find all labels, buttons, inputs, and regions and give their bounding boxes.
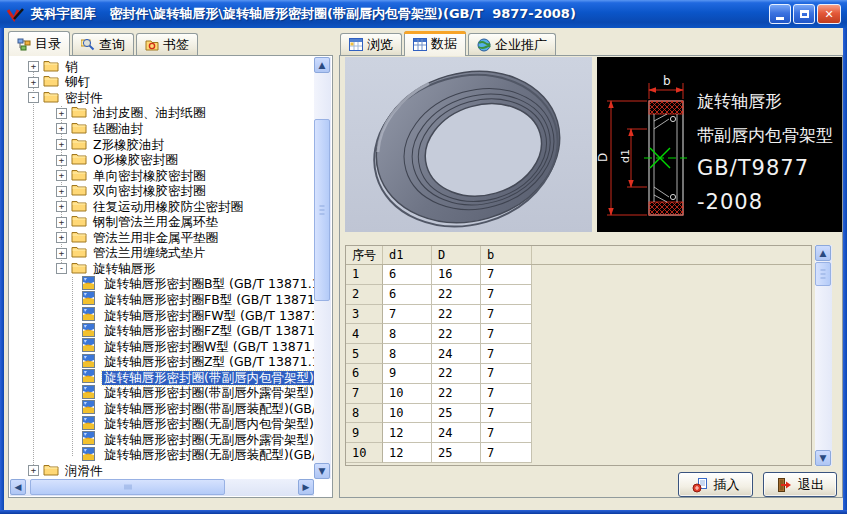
d1-cell: 6 (383, 285, 432, 305)
D-cell: 25 (432, 404, 481, 424)
table-row[interactable]: 9 12 24 7 (346, 423, 811, 443)
expand-toggle[interactable] (28, 61, 39, 72)
tree-vertical-scrollbar[interactable]: ▲ ▼ (314, 57, 331, 479)
tab-data[interactable]: 数据 (404, 31, 466, 56)
tree-item[interactable]: 油封皮圈、油封纸圈 (10, 106, 314, 122)
col-header-index[interactable]: 序号 (346, 246, 383, 264)
minimize-button[interactable] (769, 4, 791, 24)
tree-item[interactable]: 旋转轴唇形密封圈(无副唇装配型)(GB/T (10, 448, 314, 464)
tree-item[interactable]: 旋转轴唇形密封圈(带副唇内包骨架型)( (10, 370, 314, 386)
row-index-cell: 1 (346, 265, 383, 285)
tree-item[interactable]: 旋转轴唇形密封圈Z型 (GB/T 13871.1-20 (10, 354, 314, 370)
tree-item[interactable]: 旋转轴唇形密封圈FB型 (GB/T 13871.1-2 (10, 292, 314, 308)
tree-item[interactable]: 旋转轴唇形密封圈(无副唇外露骨架型)( (10, 432, 314, 448)
scroll-up-button[interactable]: ▲ (815, 245, 831, 261)
table-row[interactable]: 6 9 22 7 (346, 364, 811, 384)
tree-item[interactable]: 旋转轴唇形密封圈(带副唇装配型)(GB/T (10, 401, 314, 417)
search-icon (81, 38, 95, 51)
expand-toggle[interactable] (56, 186, 67, 197)
table-row[interactable]: 4 8 22 7 (346, 324, 811, 344)
tree-item[interactable]: 单向密封橡胶密封圈 (10, 168, 314, 184)
title-bar[interactable]: 英科宇图库 密封件\旋转轴唇形\旋转轴唇形密封圈(带副唇内包骨架型)(GB/T … (0, 0, 847, 28)
close-icon: ✕ (824, 8, 833, 21)
tree-item-label: 旋转轴唇形密封圈FB型 (GB/T 13871.1-2 (102, 293, 314, 307)
tree-item[interactable]: 双向密封橡胶密封圈 (10, 183, 314, 199)
tree-item[interactable]: Z形橡胶油封 (10, 137, 314, 153)
expand-toggle[interactable] (56, 201, 67, 212)
tree-item-label: 旋转轴唇形密封圈FW型 (GB/T 13871.1-2 (102, 309, 314, 323)
table-row[interactable]: 3 7 22 7 (346, 305, 811, 325)
tree-item[interactable]: 润滑件 (10, 463, 314, 479)
col-header-b[interactable]: b (481, 246, 532, 264)
part-drawing: b D d1 旋转轴唇形 带副唇内包骨架型 GB/T9877 -200 (597, 57, 842, 232)
tree-item[interactable]: 旋转轴唇形密封圈FW型 (GB/T 13871.1-2 (10, 308, 314, 324)
tree-item[interactable]: 旋转轴唇形密封圈W型 (GB/T 13871.1-20 (10, 339, 314, 355)
table-row[interactable]: 1 6 16 7 (346, 265, 811, 285)
scroll-up-button[interactable]: ▲ (314, 57, 330, 73)
tree-item-label: Z形橡胶油封 (91, 138, 166, 152)
table-row[interactable]: 5 8 24 7 (346, 344, 811, 364)
tree-item[interactable]: 旋转轴唇形密封圈FZ型 (GB/T 13871.1-2 (10, 323, 314, 339)
b-cell: 7 (481, 443, 532, 463)
tree-horizontal-scrollbar[interactable]: ◀ ▶ (10, 479, 314, 496)
expand-toggle[interactable] (28, 77, 39, 88)
folder-icon (43, 59, 59, 75)
tab-browse[interactable]: 浏览 (340, 33, 402, 55)
col-header-d1[interactable]: d1 (383, 246, 432, 264)
tree-item[interactable]: 旋转轴唇形密封圈(带副唇外露骨架型)( (10, 385, 314, 401)
tree-item[interactable]: 密封件 (10, 90, 314, 106)
table-row[interactable]: 7 10 22 7 (346, 384, 811, 404)
scrollbar-thumb[interactable] (314, 119, 330, 301)
tab-catalog[interactable]: 目录 (8, 31, 70, 56)
expand-toggle[interactable] (56, 139, 67, 150)
exit-button[interactable]: 退出 (763, 472, 837, 497)
b-cell: 7 (481, 364, 532, 384)
expand-toggle[interactable] (56, 232, 67, 243)
maximize-button[interactable] (793, 4, 815, 24)
close-button[interactable]: ✕ (817, 4, 841, 24)
expand-toggle[interactable] (56, 108, 67, 119)
tree-item[interactable]: 旋转轴唇形密封圈(无副唇内包骨架型)( (10, 417, 314, 433)
tree-item[interactable]: 铆钉 (10, 75, 314, 91)
scrollbar-thumb[interactable] (815, 262, 831, 286)
insert-button[interactable]: 插入 (678, 472, 753, 497)
tab-bookmarks[interactable]: 书签 (136, 33, 198, 55)
table-row[interactable]: 10 12 25 7 (346, 443, 811, 463)
tree-item[interactable]: O形橡胶密封圈 (10, 152, 314, 168)
expand-toggle[interactable] (56, 263, 67, 274)
d1-cell: 8 (383, 324, 432, 344)
tree-item-label: 旋转轴唇形密封圈W型 (GB/T 13871.1-20 (102, 340, 314, 354)
expand-toggle[interactable] (28, 92, 39, 103)
tree-item[interactable]: 旋转轴唇形 (10, 261, 314, 277)
tab-search[interactable]: 查询 (72, 33, 134, 55)
row-index-cell: 10 (346, 443, 383, 463)
exit-button-label: 退出 (798, 476, 824, 494)
tab-catalog-label: 目录 (35, 35, 61, 53)
scroll-left-button[interactable]: ◀ (10, 479, 26, 495)
tree-item[interactable]: 往复运动用橡胶防尘密封圈 (10, 199, 314, 215)
tree-item-label: 旋转轴唇形密封圈(带副唇内包骨架型)( (102, 371, 314, 385)
expand-toggle[interactable] (56, 170, 67, 181)
tree-item[interactable]: 销 (10, 59, 314, 75)
expand-toggle[interactable] (56, 217, 67, 228)
tree-item[interactable]: 旋转轴唇形密封圈B型 (GB/T 13871.1-20 (10, 277, 314, 293)
scroll-down-button[interactable]: ▼ (815, 450, 831, 466)
tab-enterprise-promo[interactable]: 企业推广 (468, 33, 556, 55)
table-row[interactable]: 8 10 25 7 (346, 404, 811, 424)
scrollbar-thumb[interactable] (30, 479, 225, 495)
expand-toggle[interactable] (56, 155, 67, 166)
expand-toggle[interactable] (56, 248, 67, 259)
part-file-icon (82, 323, 95, 340)
row-index-cell: 6 (346, 364, 383, 384)
table-vertical-scrollbar[interactable]: ▲ ▼ (815, 245, 832, 466)
scroll-down-button[interactable]: ▼ (314, 463, 330, 479)
tree-item[interactable]: 钢制管法兰用金属环垫 (10, 214, 314, 230)
tree-item[interactable]: 管法兰用缠绕式垫片 (10, 246, 314, 262)
scroll-right-button[interactable]: ▶ (298, 479, 314, 495)
expand-toggle[interactable] (56, 123, 67, 134)
col-header-D[interactable]: D (432, 246, 481, 264)
tree-item[interactable]: 毡圈油封 (10, 121, 314, 137)
table-row[interactable]: 2 6 22 7 (346, 285, 811, 305)
expand-toggle[interactable] (28, 465, 39, 476)
tree-item[interactable]: 管法兰用非金属平垫圈 (10, 230, 314, 246)
